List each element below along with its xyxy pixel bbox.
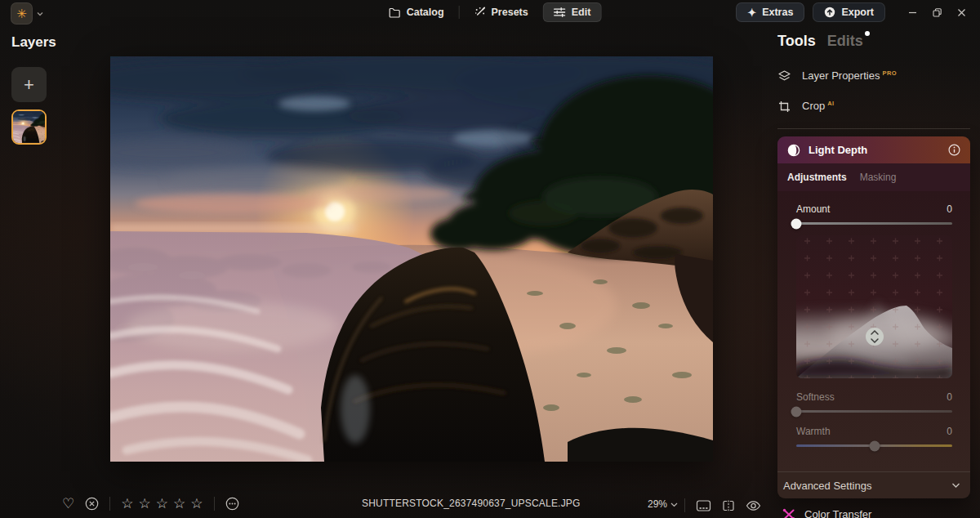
export-button-label: Export bbox=[841, 7, 874, 18]
filmstrip-toggle-icon[interactable] bbox=[696, 499, 711, 512]
depth-handle bbox=[866, 328, 884, 346]
ai-badge: AI bbox=[827, 100, 835, 107]
star-icon[interactable]: ☆ bbox=[121, 495, 133, 512]
warmth-value: 0 bbox=[947, 426, 952, 437]
extras-button[interactable]: ✦ Extras bbox=[736, 2, 804, 22]
app-logo-button[interactable]: ✳ bbox=[11, 2, 33, 25]
favorite-heart-icon[interactable]: ♡ bbox=[62, 497, 74, 511]
star-icon[interactable]: ☆ bbox=[139, 495, 151, 512]
tool-item-label: CropAI bbox=[802, 100, 835, 112]
tab-adjustments[interactable]: Adjustments bbox=[787, 172, 847, 183]
sliders-icon bbox=[554, 7, 566, 17]
preview-eye-icon[interactable] bbox=[746, 500, 761, 511]
tab-edits[interactable]: Edits bbox=[827, 33, 863, 50]
layers-panel: Layers + bbox=[11, 34, 56, 145]
chevron-down-icon bbox=[670, 502, 678, 507]
statusbar-divider bbox=[684, 498, 685, 512]
close-icon[interactable] bbox=[949, 2, 973, 22]
tab-catalog[interactable]: Catalog bbox=[379, 3, 454, 21]
reject-icon[interactable] bbox=[85, 497, 99, 511]
tab-presets[interactable]: Presets bbox=[465, 3, 538, 21]
restore-icon[interactable] bbox=[924, 2, 949, 22]
statusbar-divider bbox=[214, 497, 215, 511]
layer-thumbnail-selected[interactable] bbox=[11, 109, 47, 145]
compare-view-icon[interactable] bbox=[722, 499, 735, 512]
star-icon[interactable]: ☆ bbox=[156, 495, 168, 512]
color-label-icon[interactable] bbox=[225, 497, 239, 511]
light-depth-icon bbox=[787, 144, 800, 157]
minimize-icon[interactable] bbox=[900, 2, 924, 22]
app-window: ✳ Catalog Presets Edit ✦ Extras bbox=[0, 0, 980, 518]
top-bar: ✳ Catalog Presets Edit ✦ Extras bbox=[0, 0, 980, 25]
tool-item-label: Layer PropertiesPRO bbox=[802, 69, 897, 82]
layers-icon bbox=[777, 69, 791, 83]
tab-edits-label: Edits bbox=[827, 33, 863, 49]
light-depth-header[interactable]: Light Depth bbox=[777, 136, 970, 163]
tab-masking[interactable]: Masking bbox=[860, 172, 897, 183]
amount-label: Amount bbox=[796, 203, 830, 215]
softness-label: Softness bbox=[796, 391, 835, 403]
amount-slider-group: Amount 0 bbox=[796, 203, 952, 225]
plus-icon: + bbox=[24, 74, 34, 96]
tab-edit[interactable]: Edit bbox=[543, 2, 602, 22]
tab-tools[interactable]: Tools bbox=[777, 33, 816, 50]
light-depth-panel: Light Depth Adjustments Masking Amount 0 bbox=[777, 136, 970, 498]
layers-panel-title: Layers bbox=[11, 34, 56, 51]
edits-notification-dot bbox=[865, 31, 870, 36]
light-depth-body: Amount 0 bbox=[777, 191, 970, 471]
logo-chevron-down-icon[interactable] bbox=[36, 10, 44, 18]
mode-switcher: Catalog Presets Edit bbox=[379, 2, 602, 22]
folder-icon bbox=[389, 7, 401, 18]
softness-slider-group: Softness 0 bbox=[796, 391, 952, 413]
photo-canvas[interactable] bbox=[110, 56, 713, 462]
softness-slider[interactable] bbox=[796, 410, 952, 413]
status-bar: ♡ ☆ ☆ ☆ ☆ ☆ SHUTTERSTOCK_2637490637_UPSC… bbox=[0, 489, 980, 518]
tool-item-layer-properties[interactable]: Layer PropertiesPRO bbox=[777, 68, 970, 84]
warmth-slider-group: Warmth 0 bbox=[796, 426, 952, 447]
info-icon[interactable] bbox=[948, 144, 960, 156]
star-icon[interactable]: ☆ bbox=[173, 495, 185, 512]
zoom-level-value: 29% bbox=[648, 498, 667, 510]
light-depth-title: Light Depth bbox=[808, 144, 940, 156]
tab-divider bbox=[459, 6, 460, 19]
softness-slider-thumb[interactable] bbox=[791, 406, 802, 417]
star-icon[interactable]: ☆ bbox=[190, 495, 203, 512]
warmth-slider[interactable] bbox=[796, 444, 952, 447]
crop-icon bbox=[777, 100, 791, 114]
tab-edit-label: Edit bbox=[572, 7, 591, 18]
export-button[interactable]: Export bbox=[813, 2, 885, 22]
softness-value: 0 bbox=[947, 391, 952, 403]
sun-logo-icon: ✳ bbox=[16, 7, 27, 20]
amount-slider-thumb[interactable] bbox=[791, 218, 802, 229]
tab-catalog-label: Catalog bbox=[407, 7, 444, 18]
amount-value: 0 bbox=[947, 203, 952, 215]
depth-map-preview[interactable] bbox=[796, 235, 952, 378]
tool-item-crop[interactable]: CropAI bbox=[777, 98, 970, 114]
filename: SHUTTERSTOCK_2637490637_UPSCALE.JPG bbox=[362, 498, 581, 509]
add-layer-button[interactable]: + bbox=[11, 67, 47, 102]
pro-badge: PRO bbox=[882, 69, 897, 77]
sparkle-icon: ✦ bbox=[747, 7, 756, 18]
extras-button-label: Extras bbox=[762, 7, 793, 18]
tab-presets-label: Presets bbox=[492, 7, 528, 18]
export-arrow-icon bbox=[824, 7, 835, 18]
statusbar-divider bbox=[109, 497, 110, 511]
chevron-down-icon bbox=[951, 482, 960, 489]
warmth-label: Warmth bbox=[796, 426, 831, 437]
star-rating: ☆ ☆ ☆ ☆ ☆ bbox=[121, 495, 203, 512]
warmth-slider-thumb[interactable] bbox=[869, 440, 880, 451]
sidebar-divider bbox=[777, 128, 970, 129]
light-depth-tabbar: Adjustments Masking bbox=[777, 163, 970, 191]
wand-icon bbox=[474, 7, 486, 18]
zoom-level-dropdown[interactable]: 29% bbox=[648, 498, 678, 510]
edit-sidebar: Tools Edits Layer PropertiesPRO CropAI L… bbox=[777, 33, 970, 518]
amount-slider[interactable] bbox=[796, 222, 952, 225]
